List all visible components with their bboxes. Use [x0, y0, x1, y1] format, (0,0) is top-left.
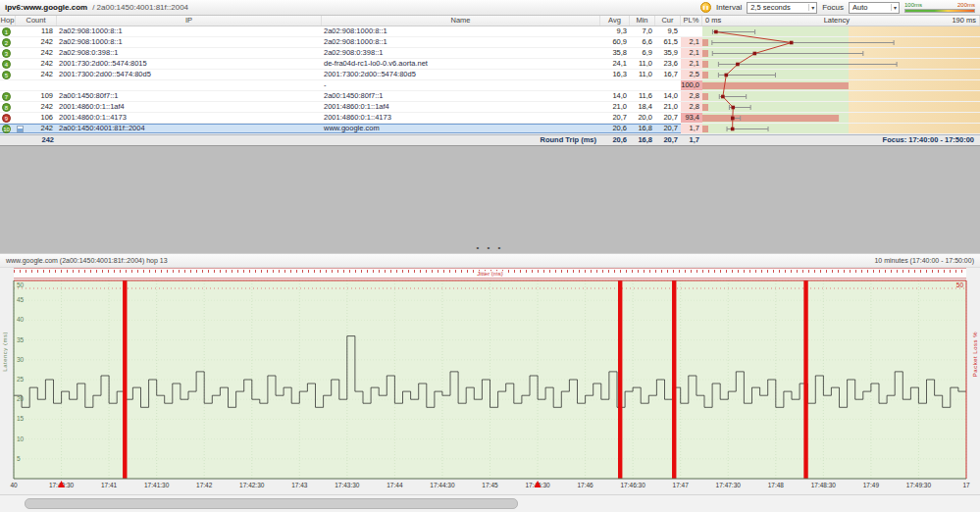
hop-row[interactable]: 91062001:4860:0:1::41732001:4860:0:1::41… — [0, 113, 980, 124]
avg-cell: 60,9 — [600, 37, 630, 47]
hop-badge: 1 — [2, 27, 11, 36]
avg-cell: 35,8 — [600, 48, 630, 58]
focus-value: Auto — [852, 3, 867, 12]
min-cell: 7,0 — [630, 26, 655, 36]
hop-row[interactable]: 82422001:4860:0:1::1af42001:4860:0:1::1a… — [0, 102, 980, 113]
hop-badge: 7 — [2, 92, 11, 101]
hop-row[interactable]: 52422001:7300:2d00::5474:80d52001:7300:2… — [0, 70, 980, 80]
min-cell: 11,0 — [630, 59, 655, 69]
avg-cell: 20,6 — [600, 124, 630, 133]
svg-text:17:46: 17:46 — [577, 482, 593, 488]
latency-graph-cell — [702, 26, 980, 36]
hop-row[interactable]: 11182a02:908:1000:8::12a02:908:1000:8::1… — [0, 26, 980, 37]
timeline-title: www.google.com (2a00:1450:4001:81f::2004… — [6, 257, 168, 264]
svg-text:15: 15 — [17, 415, 25, 422]
splitter-handle[interactable]: • • • — [0, 244, 980, 252]
roundtrip-pl: 1,7 — [681, 135, 702, 145]
loss-cell — [681, 26, 702, 36]
hop-cell — [0, 80, 16, 90]
interval-select[interactable]: 2,5 seconds ▾ — [747, 2, 817, 14]
workspace-empty-area: • • • — [0, 146, 980, 253]
timeline-range[interactable]: 10 minutes (17:40:00 - 17:50:00) — [874, 257, 974, 264]
hop-badge: 2 — [2, 38, 11, 47]
svg-text:17:42: 17:42 — [196, 482, 213, 488]
count-cell: 242 — [16, 124, 57, 133]
latency-scale-legend: 100ms 200ms — [904, 2, 975, 13]
name-cell: www.google.com — [322, 124, 600, 133]
column-header-name[interactable]: Name — [322, 16, 600, 26]
svg-text:17:49:30: 17:49:30 — [906, 482, 932, 488]
timeline-panel: www.google.com (2a00:1450:4001:81f::2004… — [0, 253, 980, 494]
hop-cell: 7 — [0, 91, 16, 101]
focus-select[interactable]: Auto ▾ — [849, 2, 900, 14]
count-cell: 242 — [16, 37, 57, 47]
hop-row[interactable]: 32422a02:908:0:398::12a02:908:0:398::135… — [0, 48, 980, 59]
column-header-avg[interactable]: Avg — [600, 16, 630, 26]
loss-cell: 93,4 — [681, 113, 702, 123]
pause-button[interactable]: ❚❚ — [700, 2, 711, 13]
name-cell: 2a00:1450:80f7::1 — [322, 91, 600, 101]
latency-graph-cell — [702, 113, 980, 123]
column-header-pl[interactable]: PL% — [681, 16, 702, 26]
name-cell: 2a02:908:1000:8::1 — [322, 37, 600, 47]
column-header-min[interactable]: Min — [630, 16, 655, 26]
loss-cell: 2,8 — [681, 102, 702, 112]
hop-badge: 4 — [2, 60, 11, 69]
svg-text:17: 17 — [962, 482, 970, 488]
count-cell: 242 — [16, 48, 57, 58]
latency-graph-cell — [702, 37, 980, 47]
column-header-count[interactable]: Count — [16, 16, 57, 26]
toolbar-controls: ❚❚ Interval 2,5 seconds ▾ Focus Auto ▾ 1… — [700, 2, 975, 14]
latency-graph-cell — [702, 59, 980, 69]
min-cell: 16,8 — [630, 124, 655, 133]
hop-badge: 3 — [2, 49, 11, 58]
loss-cell: 2,1 — [681, 37, 702, 47]
cur-cell: 9,5 — [655, 26, 681, 36]
interval-value: 2,5 seconds — [750, 3, 790, 12]
svg-text:30: 30 — [17, 356, 25, 363]
count-cell: 106 — [16, 113, 57, 123]
latency-scale-max: 190 ms — [952, 16, 976, 26]
avg-cell: 14,0 — [600, 91, 630, 101]
name-cell: de-fra04d-rc1-lo0-0.v6.aorta.net — [322, 59, 600, 69]
svg-text:40: 40 — [10, 482, 18, 488]
loss-cell: 2,5 — [681, 70, 702, 79]
svg-text:17:41:30: 17:41:30 — [144, 482, 170, 488]
interval-label: Interval — [716, 3, 742, 12]
column-header-cur[interactable]: Cur — [655, 16, 681, 26]
cur-cell: 14,0 — [655, 91, 681, 101]
loss-cell: 2,1 — [681, 59, 702, 69]
roundtrip-hop-cell — [0, 135, 16, 145]
hop-row[interactable]: 102422a00:1450:4001:81f::2004www.google.… — [0, 124, 980, 134]
svg-text:17:46:30: 17:46:30 — [620, 482, 645, 488]
svg-text:17:43: 17:43 — [291, 482, 308, 488]
avg-cell: 9,3 — [600, 26, 630, 36]
ip-cell: 2a02:908:1000:8::1 — [57, 26, 322, 36]
ip-cell: 2001:4860:0:1::1af4 — [57, 102, 322, 112]
hop-row[interactable]: 42422001:730:2d00::5474:8015de-fra04d-rc… — [0, 59, 980, 70]
column-header-hop[interactable]: Hop — [0, 16, 16, 26]
ip-cell — [57, 80, 322, 90]
latency-graph-cell — [702, 102, 980, 112]
latency-graph-cell — [702, 70, 980, 79]
column-header-ip[interactable]: IP — [57, 16, 322, 26]
horizontal-scrollbar[interactable] — [0, 494, 980, 512]
avg-cell: 20,7 — [600, 113, 630, 123]
chevron-down-icon: ▾ — [891, 4, 897, 11]
scrollbar-thumb[interactable] — [25, 498, 518, 509]
legend-green-label: 100ms — [904, 2, 922, 8]
timeline-chart[interactable]: 5045403530252015105504017:40:3017:4117:4… — [0, 279, 980, 492]
svg-text:17:45: 17:45 — [482, 482, 498, 488]
hop-row[interactable]: -100,0 — [0, 80, 980, 91]
column-header-latency: 0 ms Latency 190 ms — [702, 16, 980, 26]
svg-text:17:42:30: 17:42:30 — [239, 482, 265, 488]
hop-row[interactable]: 22422a02:908:1000:8::12a02:908:1000:8::1… — [0, 37, 980, 48]
ip-cell: 2001:7300:2d00::5474:80d5 — [57, 70, 322, 79]
roundtrip-cur: 20,7 — [655, 135, 681, 145]
hop-row[interactable]: 71092a00:1450:80f7::12a00:1450:80f7::114… — [0, 91, 980, 102]
pingplotter-window: ipv6:www.google.com / 2a00:1450:4001:81f… — [0, 0, 980, 512]
hop-badge: 10 — [2, 125, 11, 133]
target-ip: / 2a00:1450:4001:81f::2004 — [92, 3, 188, 12]
name-cell: 2001:4860:0:1::1af4 — [322, 102, 600, 112]
svg-text:17:48: 17:48 — [768, 482, 785, 488]
